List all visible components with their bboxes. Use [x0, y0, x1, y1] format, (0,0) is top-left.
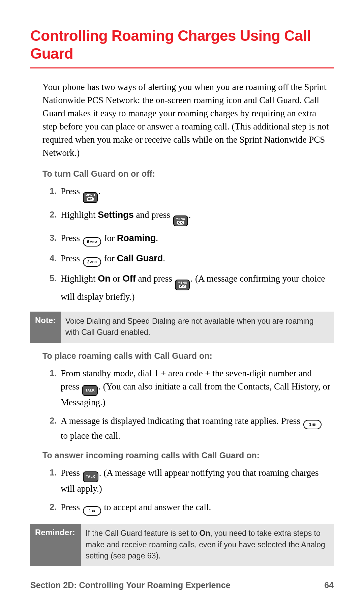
menu-ok-key-icon: MENUOK: [173, 215, 188, 226]
menu-ok-key-icon: MENUOK: [175, 280, 190, 290]
one-key-icon: 1✉: [303, 420, 322, 429]
subhead-answer-calls: To answer incoming roaming calls with Ca…: [42, 451, 330, 460]
reminder-label: Reminder:: [30, 524, 81, 566]
step-item: Press 1✉ to accept and answer the call.: [57, 501, 330, 516]
six-key-icon: 6MNO: [83, 237, 101, 247]
one-key-icon: 1✉: [83, 506, 101, 516]
step-item: From standby mode, dial 1 + area code + …: [57, 367, 330, 409]
two-key-icon: 2ABC: [83, 257, 101, 267]
footer-section: Section 2D: Controlling Your Roaming Exp…: [30, 580, 231, 590]
step-item: A message is displayed indicating that r…: [57, 414, 330, 442]
note-body: Voice Dialing and Speed Dialing are not …: [61, 312, 334, 343]
step-item: Press 2ABC for Call Guard.: [57, 252, 330, 267]
reminder-callout: Reminder: If the Call Guard feature is s…: [30, 524, 334, 566]
reminder-body: If the Call Guard feature is set to On, …: [81, 524, 334, 566]
menu-ok-key-icon: MENUOK: [83, 192, 98, 203]
talk-key-icon: TALK: [83, 471, 98, 482]
subhead-place-calls: To place roaming calls with Call Guard o…: [42, 351, 330, 361]
body-content: Your phone has two ways of alerting you …: [30, 81, 334, 567]
page-title: Controlling Roaming Charges Using Call G…: [30, 27, 334, 68]
step-item: Press 6MNO for Roaming.: [57, 232, 330, 247]
note-label: Note:: [30, 312, 61, 343]
step-item: Press MENUOK.: [57, 185, 330, 203]
footer-page-number: 64: [324, 580, 334, 590]
steps-answer-calls: Press TALK. (A message will appear notif…: [42, 466, 330, 516]
intro-paragraph: Your phone has two ways of alerting you …: [42, 81, 330, 160]
step-item: Highlight Settings and press MENUOK.: [57, 208, 330, 227]
steps-turn-on-off: Press MENUOK. Highlight Settings and pre…: [42, 185, 330, 304]
steps-place-calls: From standby mode, dial 1 + area code + …: [42, 367, 330, 442]
talk-key-icon: TALK: [82, 385, 98, 396]
step-item: Highlight On or Off and press MENUOK. (A…: [57, 272, 330, 304]
subhead-turn-on-off: To turn Call Guard on or off:: [42, 169, 330, 179]
page-footer: Section 2D: Controlling Your Roaming Exp…: [30, 580, 334, 590]
note-callout: Note: Voice Dialing and Speed Dialing ar…: [30, 312, 334, 343]
step-item: Press TALK. (A message will appear notif…: [57, 466, 330, 495]
